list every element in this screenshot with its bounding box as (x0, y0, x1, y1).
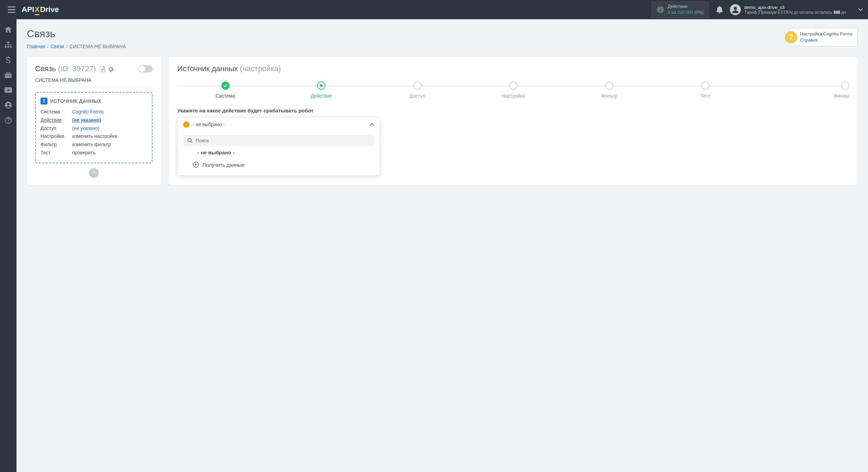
action-dropdown-toggle[interactable]: ! - не выбрано - (178, 117, 380, 132)
source-system-link[interactable]: Cognito Forms (72, 108, 104, 116)
breadcrumb-current: СИСТЕМА НЕ ВЫБРАНА (69, 44, 126, 49)
source-access-link[interactable]: (не указано) (72, 124, 100, 133)
breadcrumb: Главная/Связи/СИСТЕМА НЕ ВЫБРАНА (27, 44, 126, 49)
source-badge: 1 (41, 98, 47, 105)
svg-rect-2 (660, 9, 661, 11)
dropdown-option-get-data[interactable]: Получить данные (183, 158, 374, 171)
connection-toggle[interactable] (138, 65, 153, 73)
connection-title: Связь (ID: 39727) (35, 64, 114, 73)
connection-card: Связь (ID: 39727) СИСТЕМА НЕ ВЫБРАНА 1 И… (27, 57, 161, 185)
search-icon (187, 138, 193, 143)
stepper: Система Действие Доступ Настройки Фильтр… (177, 81, 849, 99)
step-filter[interactable]: Фильтр (561, 81, 657, 99)
help-title: Настройка Cognito Forms (800, 31, 853, 37)
step-access[interactable]: Доступ (369, 81, 465, 99)
sidebar-video[interactable] (1, 83, 15, 97)
step-test[interactable]: Тест (657, 81, 753, 99)
logo-api: API (22, 5, 34, 14)
svg-point-3 (734, 7, 737, 10)
app-header: APIXDrive Действия: 0 из 200'000 (0%) de… (0, 0, 868, 19)
logo-drive: Drive (40, 5, 59, 14)
svg-rect-8 (5, 74, 12, 78)
source-settings-link[interactable]: изменить настройки (72, 132, 117, 141)
logo-x: X (35, 5, 40, 14)
dropdown-option-none[interactable]: - не выбрано - (183, 146, 374, 158)
svg-rect-4 (7, 42, 9, 43)
svg-point-15 (188, 139, 191, 142)
avatar-icon (730, 4, 741, 15)
source-filter-link[interactable]: изменить фильтр (72, 141, 111, 149)
svg-rect-5 (5, 46, 7, 48)
step-finish[interactable]: Финиш (754, 81, 849, 99)
info-icon (657, 6, 664, 13)
logo[interactable]: APIXDrive (22, 5, 59, 14)
chevron-down-icon (858, 8, 863, 11)
source-action-link[interactable]: (не указано) (72, 116, 101, 124)
main-content: Связь Главная/Связи/СИСТЕМА НЕ ВЫБРАНА ?… (16, 19, 868, 472)
svg-point-1 (660, 8, 661, 9)
sidebar-account[interactable] (1, 98, 15, 112)
sidebar-connections[interactable] (1, 38, 15, 52)
sidebar-help[interactable] (1, 113, 15, 127)
source-box-title: ИСТОЧНИК ДАННЫХ (50, 98, 101, 104)
data-source-card: Источник данных (настройка) Система Дейс… (169, 57, 858, 185)
page-title: Связь (27, 28, 126, 40)
help-box: ? Настройка Cognito Forms Справка (790, 28, 858, 46)
source-test-link[interactable]: проверить (72, 149, 96, 157)
source-box: 1 ИСТОЧНИК ДАННЫХ СистемаCognito Forms Д… (35, 92, 153, 163)
sidebar-briefcase[interactable] (1, 68, 15, 82)
sidebar (0, 19, 16, 472)
actions-counter[interactable]: Действия: 0 из 200'000 (0%) (651, 1, 709, 18)
user-text: demo_apix-drive_s3 Тариф |Премиум EXTRA|… (744, 5, 846, 15)
svg-point-14 (8, 122, 9, 122)
action-dropdown: ! - не выбрано - - не выбрано - (177, 117, 380, 176)
warning-icon: ! (183, 121, 189, 128)
breadcrumb-links[interactable]: Связи (51, 44, 64, 49)
step-system[interactable]: Система (177, 81, 273, 99)
connection-subtitle: СИСТЕМА НЕ ВЫБРАНА (35, 77, 153, 87)
step-settings[interactable]: Настройки (465, 81, 561, 99)
svg-rect-6 (8, 46, 9, 48)
dropdown-search (183, 135, 374, 146)
help-icon[interactable]: ? (785, 31, 797, 43)
data-source-title: Источник данных (настройка) (177, 64, 849, 73)
dropdown-search-input[interactable] (196, 138, 370, 143)
svg-rect-7 (10, 46, 12, 48)
gear-icon[interactable] (108, 66, 114, 72)
help-link[interactable]: Справка (800, 37, 853, 43)
action-section-title: Укажите на какое действие будет срабатыв… (177, 108, 849, 113)
sidebar-home[interactable] (1, 23, 15, 36)
svg-rect-9 (5, 75, 12, 76)
breadcrumb-home[interactable]: Главная (27, 44, 45, 49)
document-icon[interactable] (100, 66, 105, 72)
user-menu[interactable]: demo_apix-drive_s3 Тариф |Премиум EXTRA|… (730, 4, 863, 15)
step-action[interactable]: Действие (273, 81, 369, 99)
menu-icon[interactable] (5, 4, 18, 15)
svg-point-12 (7, 103, 9, 105)
sidebar-billing[interactable] (1, 53, 15, 67)
play-icon (193, 162, 199, 168)
chevron-up-icon (369, 123, 374, 126)
actions-text: Действия: 0 из 200'000 (0%) (668, 4, 704, 15)
add-destination-button[interactable]: + (89, 168, 99, 178)
bell-icon[interactable] (716, 6, 723, 13)
